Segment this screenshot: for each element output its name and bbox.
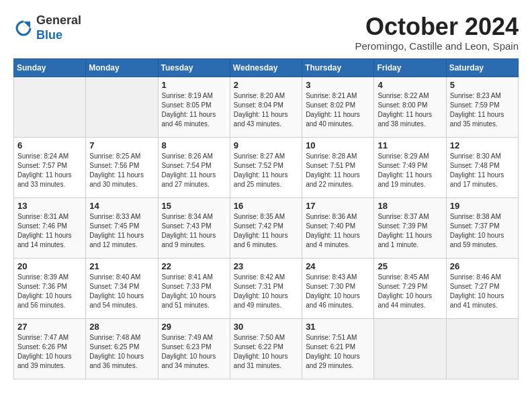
daylight-text: Daylight: 11 hours and 4 minutes.: [306, 232, 360, 248]
daylight-text: Daylight: 10 hours and 29 minutes.: [306, 353, 360, 369]
sunrise-text: Sunrise: 8:42 AM: [234, 273, 285, 281]
day-number: 21: [89, 261, 154, 271]
calendar-cell: 15Sunrise: 8:34 AMSunset: 7:43 PMDayligh…: [158, 197, 230, 258]
cell-content: Sunrise: 8:37 AMSunset: 7:39 PMDaylight:…: [378, 212, 442, 250]
sunset-text: Sunset: 7:30 PM: [306, 283, 355, 290]
sunset-text: Sunset: 8:00 PM: [378, 101, 427, 109]
day-number: 24: [306, 261, 370, 271]
sunset-text: Sunset: 7:54 PM: [162, 162, 212, 169]
daylight-text: Daylight: 10 hours and 41 minutes.: [450, 292, 504, 309]
calendar-cell: 27Sunrise: 7:47 AMSunset: 6:26 PMDayligh…: [14, 318, 86, 379]
day-number: 19: [450, 201, 515, 211]
sunrise-text: Sunrise: 8:26 AM: [162, 152, 213, 160]
day-number: 6: [17, 140, 82, 150]
daylight-text: Daylight: 11 hours and 14 minutes.: [17, 232, 72, 248]
calendar-cell: 4Sunrise: 8:22 AMSunset: 8:00 PMDaylight…: [374, 77, 446, 137]
cell-content: Sunrise: 7:48 AMSunset: 6:25 PMDaylight:…: [89, 333, 154, 371]
calendar-cell: 25Sunrise: 8:45 AMSunset: 7:29 PMDayligh…: [374, 258, 446, 318]
sunset-text: Sunset: 7:27 PM: [450, 283, 500, 290]
calendar-cell: 23Sunrise: 8:42 AMSunset: 7:31 PMDayligh…: [230, 258, 302, 318]
calendar-cell: 26Sunrise: 8:46 AMSunset: 7:27 PMDayligh…: [446, 258, 518, 318]
calendar-cell: 16Sunrise: 8:35 AMSunset: 7:42 PMDayligh…: [230, 197, 302, 258]
cell-content: Sunrise: 8:22 AMSunset: 8:00 PMDaylight:…: [378, 91, 442, 129]
day-number: 25: [378, 261, 442, 271]
day-number: 26: [450, 261, 515, 271]
sunset-text: Sunset: 7:43 PM: [162, 222, 212, 230]
sunset-text: Sunset: 7:39 PM: [378, 222, 427, 230]
sunrise-text: Sunrise: 8:27 AM: [234, 152, 285, 160]
sunrise-text: Sunrise: 8:33 AM: [89, 213, 140, 220]
daylight-text: Daylight: 10 hours and 36 minutes.: [89, 353, 144, 369]
weekday-header-friday: Friday: [374, 58, 446, 77]
day-number: 5: [450, 80, 515, 90]
day-number: 30: [234, 322, 298, 332]
calendar-cell: 17Sunrise: 8:36 AMSunset: 7:40 PMDayligh…: [302, 197, 374, 258]
day-number: 4: [378, 80, 442, 90]
weekday-header-monday: Monday: [86, 58, 158, 77]
calendar-cell: 30Sunrise: 7:50 AMSunset: 6:22 PMDayligh…: [230, 318, 302, 379]
sunset-text: Sunset: 6:21 PM: [306, 343, 355, 351]
calendar-week-4: 20Sunrise: 8:39 AMSunset: 7:36 PMDayligh…: [14, 258, 519, 318]
daylight-text: Daylight: 10 hours and 46 minutes.: [306, 292, 360, 309]
calendar-cell: 1Sunrise: 8:19 AMSunset: 8:05 PMDaylight…: [158, 77, 230, 137]
calendar-body: 1Sunrise: 8:19 AMSunset: 8:05 PMDaylight…: [14, 77, 519, 379]
sunset-text: Sunset: 7:40 PM: [306, 222, 355, 230]
cell-content: Sunrise: 8:42 AMSunset: 7:31 PMDaylight:…: [234, 273, 298, 310]
calendar-cell: [374, 318, 446, 379]
cell-content: Sunrise: 8:23 AMSunset: 7:59 PMDaylight:…: [450, 91, 515, 129]
cell-content: Sunrise: 8:35 AMSunset: 7:42 PMDaylight:…: [234, 212, 298, 250]
month-title: October 2024: [355, 13, 519, 40]
sunset-text: Sunset: 7:59 PM: [450, 101, 500, 109]
sunrise-text: Sunrise: 8:19 AM: [162, 92, 213, 99]
day-number: 2: [234, 80, 298, 90]
cell-content: Sunrise: 7:49 AMSunset: 6:23 PMDaylight:…: [162, 333, 226, 371]
cell-content: Sunrise: 8:34 AMSunset: 7:43 PMDaylight:…: [162, 212, 226, 250]
logo-icon: [13, 18, 34, 38]
calendar-cell: [14, 77, 86, 137]
sunset-text: Sunset: 7:36 PM: [17, 283, 67, 290]
cell-content: Sunrise: 8:43 AMSunset: 7:30 PMDaylight:…: [306, 273, 370, 310]
cell-content: Sunrise: 8:41 AMSunset: 7:33 PMDaylight:…: [162, 273, 226, 310]
daylight-text: Daylight: 11 hours and 17 minutes.: [450, 171, 504, 188]
sunset-text: Sunset: 7:57 PM: [17, 162, 67, 169]
day-number: 23: [234, 261, 298, 271]
calendar-cell: 11Sunrise: 8:29 AMSunset: 7:49 PMDayligh…: [374, 137, 446, 197]
daylight-text: Daylight: 11 hours and 27 minutes.: [162, 171, 216, 188]
daylight-text: Daylight: 10 hours and 44 minutes.: [378, 292, 432, 309]
daylight-text: Daylight: 10 hours and 51 minutes.: [162, 292, 216, 309]
cell-content: Sunrise: 8:36 AMSunset: 7:40 PMDaylight:…: [306, 212, 370, 250]
weekday-header-tuesday: Tuesday: [158, 58, 230, 77]
weekday-header-row: SundayMondayTuesdayWednesdayThursdayFrid…: [14, 58, 519, 77]
sunrise-text: Sunrise: 8:25 AM: [89, 152, 140, 160]
calendar-cell: 8Sunrise: 8:26 AMSunset: 7:54 PMDaylight…: [158, 137, 230, 197]
calendar-cell: [86, 77, 158, 137]
daylight-text: Daylight: 11 hours and 46 minutes.: [162, 111, 216, 128]
sunset-text: Sunset: 7:33 PM: [162, 283, 212, 290]
sunrise-text: Sunrise: 8:36 AM: [306, 213, 357, 220]
cell-content: Sunrise: 8:40 AMSunset: 7:34 PMDaylight:…: [89, 273, 154, 310]
weekday-header-wednesday: Wednesday: [230, 58, 302, 77]
calendar-cell: 20Sunrise: 8:39 AMSunset: 7:36 PMDayligh…: [14, 258, 86, 318]
sunrise-text: Sunrise: 8:39 AM: [17, 273, 69, 281]
calendar-cell: 21Sunrise: 8:40 AMSunset: 7:34 PMDayligh…: [86, 258, 158, 318]
day-number: 9: [234, 140, 298, 150]
day-number: 10: [306, 140, 370, 150]
daylight-text: Daylight: 11 hours and 43 minutes.: [234, 111, 288, 128]
sunset-text: Sunset: 7:45 PM: [89, 222, 139, 230]
daylight-text: Daylight: 11 hours and 9 minutes.: [162, 232, 216, 248]
daylight-text: Daylight: 10 hours and 34 minutes.: [162, 353, 216, 369]
day-number: 14: [89, 201, 154, 211]
cell-content: Sunrise: 8:20 AMSunset: 8:04 PMDaylight:…: [234, 91, 298, 129]
calendar-cell: 7Sunrise: 8:25 AMSunset: 7:56 PMDaylight…: [86, 137, 158, 197]
calendar-cell: 2Sunrise: 8:20 AMSunset: 8:04 PMDaylight…: [230, 77, 302, 137]
calendar-cell: [446, 318, 518, 379]
sunrise-text: Sunrise: 7:47 AM: [17, 334, 69, 341]
calendar-week-3: 13Sunrise: 8:31 AMSunset: 7:46 PMDayligh…: [14, 197, 519, 258]
sunrise-text: Sunrise: 8:45 AM: [378, 273, 429, 281]
day-number: 18: [378, 201, 442, 211]
sunrise-text: Sunrise: 8:43 AM: [306, 273, 357, 281]
sunrise-text: Sunrise: 8:38 AM: [450, 213, 501, 220]
daylight-text: Daylight: 11 hours and 6 minutes.: [234, 232, 288, 248]
cell-content: Sunrise: 7:50 AMSunset: 6:22 PMDaylight:…: [234, 333, 298, 371]
cell-content: Sunrise: 7:51 AMSunset: 6:21 PMDaylight:…: [306, 333, 370, 371]
